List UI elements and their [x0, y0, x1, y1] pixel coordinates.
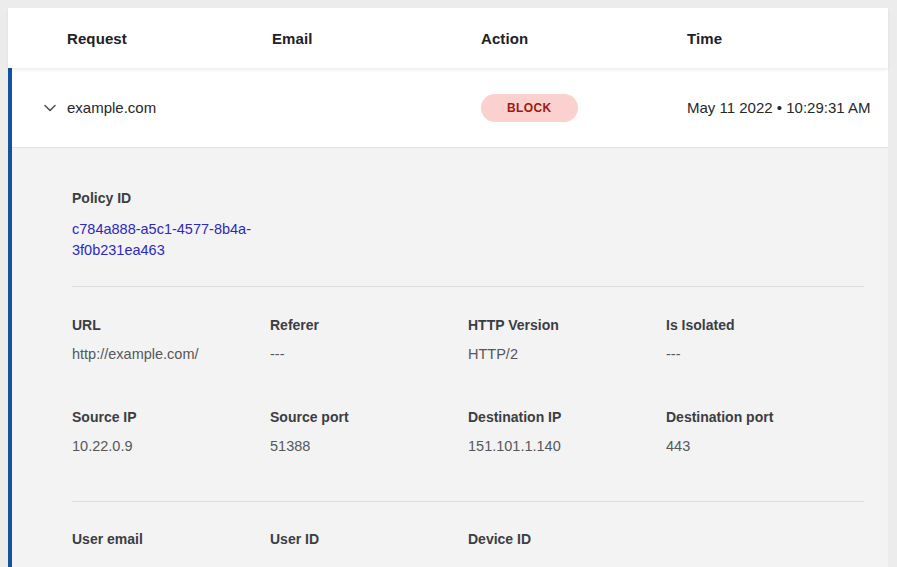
expanded-row-group: example.com BLOCK May 11 2022 • 10:29:31…: [8, 68, 888, 567]
field-label: User email: [72, 531, 270, 547]
field-label: Source IP: [72, 409, 270, 425]
log-table: Request Email Action Time example.com BL…: [8, 8, 888, 567]
column-header-request: Request: [67, 30, 272, 47]
status-badge-block: BLOCK: [481, 94, 578, 122]
policy-id-label: Policy ID: [72, 190, 864, 206]
request-cell: example.com: [67, 99, 272, 116]
field-label: HTTP Version: [468, 317, 666, 333]
field-http-version: HTTP Version HTTP/2: [468, 317, 666, 362]
field-value: 151.101.1.140: [468, 438, 666, 454]
field-label: Is Isolated: [666, 317, 864, 333]
table-header: Request Email Action Time: [8, 8, 888, 68]
field-label: User ID: [270, 531, 468, 547]
field-value: 10.22.0.9: [72, 438, 270, 454]
field-empty: [666, 531, 864, 567]
field-label: Destination IP: [468, 409, 666, 425]
detail-panel: Policy ID c784a888-a5c1-4577-8b4a-3f0b23…: [12, 148, 888, 567]
divider: [72, 501, 864, 502]
field-is-isolated: Is Isolated ---: [666, 317, 864, 362]
divider: [72, 286, 864, 287]
policy-id-link[interactable]: c784a888-a5c1-4577-8b4a-3f0b231ea463: [72, 219, 270, 261]
column-header-time: Time: [687, 30, 888, 47]
field-label: Destination port: [666, 409, 864, 425]
field-url: URL http://example.com/: [72, 317, 270, 362]
http-fields-row: URL http://example.com/ Referer --- HTTP…: [72, 317, 864, 362]
action-cell: BLOCK: [481, 94, 687, 122]
time-cell: May 11 2022 • 10:29:31 AM: [687, 96, 883, 120]
field-label: Source port: [270, 409, 468, 425]
policy-section: Policy ID c784a888-a5c1-4577-8b4a-3f0b23…: [72, 190, 864, 261]
field-label: URL: [72, 317, 270, 333]
field-value: ---: [270, 560, 468, 567]
field-value: ---: [72, 560, 270, 567]
user-fields-row: User email --- User ID --- Device ID ---: [72, 531, 864, 567]
field-device-id: Device ID ---: [468, 531, 666, 567]
field-value: ---: [270, 346, 468, 362]
column-header-email: Email: [272, 30, 481, 47]
field-value: ---: [468, 560, 666, 567]
field-label: Device ID: [468, 531, 666, 547]
field-destination-port: Destination port 443: [666, 409, 864, 454]
table-row[interactable]: example.com BLOCK May 11 2022 • 10:29:31…: [12, 68, 888, 148]
field-value: http://example.com/: [72, 346, 270, 362]
field-destination-ip: Destination IP 151.101.1.140: [468, 409, 666, 454]
field-user-email: User email ---: [72, 531, 270, 567]
field-user-id: User ID ---: [270, 531, 468, 567]
field-value: ---: [666, 346, 864, 362]
field-source-ip: Source IP 10.22.0.9: [72, 409, 270, 454]
field-label: Referer: [270, 317, 468, 333]
chevron-down-icon[interactable]: [42, 100, 58, 116]
field-value: HTTP/2: [468, 346, 666, 362]
column-header-action: Action: [481, 30, 687, 47]
field-value: 443: [666, 438, 864, 454]
field-referer: Referer ---: [270, 317, 468, 362]
field-source-port: Source port 51388: [270, 409, 468, 454]
field-value: 51388: [270, 438, 468, 454]
network-fields-row: Source IP 10.22.0.9 Source port 51388 De…: [72, 409, 864, 454]
